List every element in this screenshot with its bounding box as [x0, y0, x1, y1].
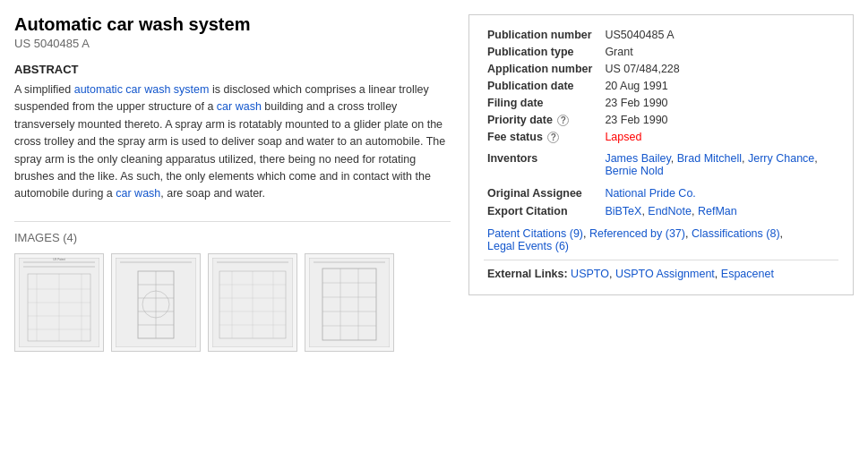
external-links-label: External Links:: [487, 268, 568, 280]
priority-date-row: Priority date ? 23 Feb 1990: [484, 111, 838, 128]
export-endnote[interactable]: EndNote: [648, 205, 692, 217]
right-panel: Publication number US5040485 A Publicati…: [468, 14, 854, 295]
filing-date-value: 23 Feb 1990: [601, 94, 838, 111]
export-bibtex[interactable]: BiBTeX: [605, 205, 641, 217]
export-citation-label: Export Citation: [484, 201, 601, 220]
link-car-wash-system[interactable]: automatic car wash system: [74, 83, 210, 96]
filing-date-row: Filing date 23 Feb 1990: [484, 94, 838, 111]
images-section: IMAGES (4): [14, 221, 451, 352]
filing-date-label: Filing date: [484, 94, 601, 111]
export-citation-row: Export Citation BiBTeX, EndNote, RefMan: [484, 201, 838, 220]
priority-date-value: 23 Feb 1990: [601, 111, 838, 128]
priority-date-help-icon[interactable]: ?: [557, 115, 569, 126]
application-number-row: Application number US 07/484,228: [484, 60, 838, 77]
images-count: (4): [63, 231, 77, 244]
info-table: Publication number US5040485 A Publicati…: [484, 26, 838, 220]
images-row: US Patent: [14, 253, 451, 352]
publication-number-label: Publication number: [484, 26, 601, 43]
patent-citations-link[interactable]: Patent Citations (9): [487, 227, 583, 240]
export-citation-links: BiBTeX, EndNote, RefMan: [601, 201, 838, 220]
fee-status-help-icon[interactable]: ?: [547, 132, 559, 143]
image-thumb-2[interactable]: [111, 253, 201, 352]
patent-title: Automatic car wash system: [14, 14, 451, 35]
original-assignee-value: National Pride Co.: [601, 180, 838, 202]
image-thumb-3[interactable]: [208, 253, 297, 352]
images-heading: IMAGES (4): [14, 231, 451, 244]
external-link-uspto[interactable]: USPTO: [571, 268, 609, 280]
publication-date-row: Publication date 20 Aug 1991: [484, 77, 838, 94]
fee-status-value: Lapsed: [601, 128, 838, 145]
image-thumb-4[interactable]: [305, 253, 394, 352]
abstract-heading: ABSTRACT: [14, 63, 451, 76]
fee-status-label: Fee status ?: [484, 128, 601, 145]
application-number-label: Application number: [484, 60, 601, 77]
external-link-uspto-assignment[interactable]: USPTO Assignment: [615, 268, 715, 280]
legal-events-link[interactable]: Legal Events (6): [487, 240, 569, 252]
classifications-link[interactable]: Classifications (8): [692, 227, 780, 240]
external-link-espacenet[interactable]: Espacenet: [721, 268, 774, 280]
main-layout: Automatic car wash system US 5040485 A A…: [14, 14, 854, 352]
publication-date-label: Publication date: [484, 77, 601, 94]
external-links-row: External Links: USPTO, USPTO Assignment,…: [484, 260, 838, 284]
priority-date-label: Priority date ?: [484, 111, 601, 128]
publication-type-label: Publication type: [484, 43, 601, 60]
publication-number-value: US5040485 A: [601, 26, 838, 43]
inventor-james-bailey[interactable]: James Bailey: [605, 152, 670, 165]
citations-links-row: Patent Citations (9), Referenced by (37)…: [484, 220, 838, 256]
publication-date-value: 20 Aug 1991: [601, 77, 838, 94]
left-panel: Automatic car wash system US 5040485 A A…: [14, 14, 451, 352]
original-assignee-row: Original Assignee National Pride Co.: [484, 180, 838, 202]
publication-type-value: Grant: [601, 43, 838, 60]
inventor-bernie-nold[interactable]: Bernie Nold: [605, 165, 663, 177]
referenced-by-link[interactable]: Referenced by (37): [589, 227, 685, 240]
link-car-wash-2[interactable]: car wash: [116, 187, 160, 200]
assignee-link[interactable]: National Pride Co.: [605, 187, 695, 200]
inventor-jerry-chance[interactable]: Jerry Chance: [748, 152, 814, 165]
svg-text:US Patent: US Patent: [53, 258, 65, 261]
publication-type-row: Publication type Grant: [484, 43, 838, 60]
publication-number-row: Publication number US5040485 A: [484, 26, 838, 43]
original-assignee-label: Original Assignee: [484, 180, 601, 202]
link-car-wash-1[interactable]: car wash: [217, 100, 262, 113]
svg-rect-31: [309, 258, 390, 347]
image-thumb-1[interactable]: US Patent: [14, 253, 104, 352]
inventor-brad-mitchell[interactable]: Brad Mitchell: [677, 152, 742, 165]
inventors-row: Inventors James Bailey, Brad Mitchell, J…: [484, 145, 838, 180]
abstract-text: A simplified automatic car wash system i…: [14, 81, 451, 203]
inventors-value: James Bailey, Brad Mitchell, Jerry Chanc…: [601, 145, 838, 180]
fee-status-row: Fee status ? Lapsed: [484, 128, 838, 145]
patent-number: US 5040485 A: [14, 37, 451, 50]
inventors-label: Inventors: [484, 145, 601, 180]
application-number-value: US 07/484,228: [601, 60, 838, 77]
export-refman[interactable]: RefMan: [698, 205, 737, 217]
